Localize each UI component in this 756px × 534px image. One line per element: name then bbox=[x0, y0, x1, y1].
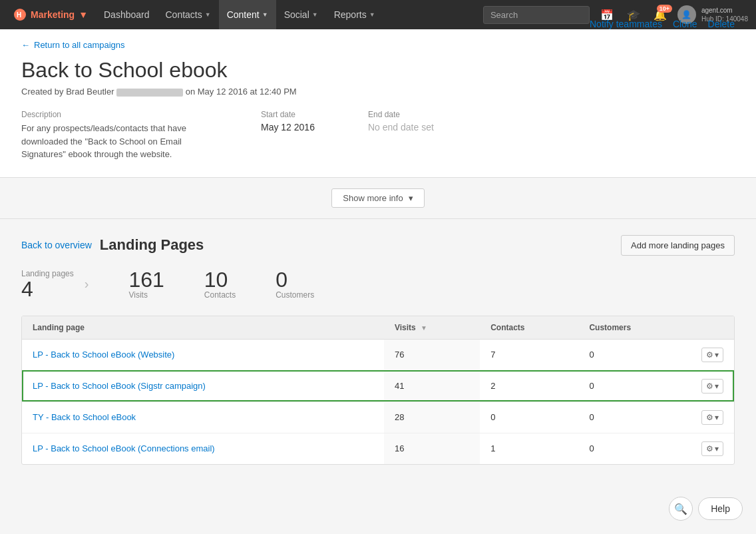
visits-stat: 161 Visits bbox=[128, 269, 164, 300]
gear-caret: ▾ bbox=[715, 413, 719, 422]
landing-pages-table-container: Landing page Visits ▼ Contacts Customers… bbox=[21, 316, 735, 465]
row-actions-cell: ⚙ ▾ bbox=[691, 370, 734, 401]
page-name-link[interactable]: LP - Back to School eBook (Connections e… bbox=[33, 443, 215, 453]
row-actions-cell: ⚙ ▾ bbox=[691, 401, 734, 433]
page-name-cell[interactable]: LP - Back to School eBook (Sigstr campai… bbox=[22, 370, 384, 401]
contacts-value: 10 bbox=[204, 269, 236, 290]
table-header-row: Landing page Visits ▼ Contacts Customers bbox=[22, 316, 734, 340]
reports-caret: ▼ bbox=[369, 11, 375, 18]
section-title: Landing Pages bbox=[100, 236, 204, 254]
contacts-cell: 7 bbox=[480, 339, 578, 370]
col-landing-page: Landing page bbox=[22, 316, 384, 340]
page-name-link[interactable]: LP - Back to School eBook (Website) bbox=[33, 350, 174, 360]
brand-caret: ▼ bbox=[79, 9, 88, 20]
notification-badge: 10+ bbox=[657, 5, 672, 13]
end-date-value: No end date set bbox=[368, 122, 434, 133]
customers-cell: 0 bbox=[578, 401, 691, 433]
show-more-button[interactable]: Show more info ▾ bbox=[331, 188, 424, 208]
section-header: Back to overview Landing Pages Add more … bbox=[21, 235, 735, 256]
section-title-group: Back to overview Landing Pages bbox=[21, 236, 204, 254]
stats-row: Landing pages 4 › 161 Visits 10 Contacts… bbox=[21, 269, 735, 300]
add-landing-pages-button[interactable]: Add more landing pages bbox=[621, 235, 735, 256]
calendar-icon[interactable]: 📅 bbox=[595, 6, 619, 24]
content-section: Back to overview Landing Pages Add more … bbox=[0, 219, 756, 481]
page-name-cell[interactable]: LP - Back to School eBook (Website) bbox=[22, 339, 384, 370]
visits-cell: 76 bbox=[384, 339, 480, 370]
page-name-cell[interactable]: TY - Back to School eBook bbox=[22, 401, 384, 433]
table-row: LP - Back to School eBook (Website) 76 7… bbox=[22, 339, 734, 370]
description-text: For any prospects/leads/contacts that ha… bbox=[21, 122, 208, 161]
customers-value: 0 bbox=[276, 269, 314, 290]
gear-caret: ▾ bbox=[715, 382, 719, 391]
delete-link[interactable]: Delete bbox=[708, 19, 735, 29]
show-more-bar: Show more info ▾ bbox=[0, 178, 756, 219]
visits-cell: 41 bbox=[384, 370, 480, 401]
page-container: ← Return to all campaigns Notify teammat… bbox=[0, 29, 756, 534]
landing-pages-count: 4 bbox=[21, 278, 74, 300]
row-gear-button[interactable]: ⚙ ▾ bbox=[701, 441, 723, 456]
campaign-title: Back to School ebook bbox=[21, 58, 735, 83]
graduation-icon[interactable]: 🎓 bbox=[622, 6, 646, 24]
help-search-icon[interactable]: 🔍 bbox=[669, 497, 693, 521]
landing-pages-count-block: Landing pages 4 › bbox=[21, 269, 89, 300]
social-caret: ▼ bbox=[312, 11, 318, 18]
nav-reports[interactable]: Reports ▼ bbox=[326, 0, 383, 29]
page-name-link[interactable]: LP - Back to School eBook (Sigstr campai… bbox=[33, 381, 206, 391]
visits-cell: 28 bbox=[384, 401, 480, 433]
contacts-cell: 2 bbox=[480, 370, 578, 401]
visits-value: 161 bbox=[128, 269, 164, 290]
table-row: LP - Back to School eBook (Sigstr campai… bbox=[22, 370, 734, 401]
customers-cell: 0 bbox=[578, 339, 691, 370]
page-name-link[interactable]: TY - Back to School eBook bbox=[33, 412, 136, 422]
nav-dashboard[interactable]: Dashboard bbox=[96, 0, 158, 29]
back-to-overview-link[interactable]: Back to overview bbox=[21, 240, 92, 250]
help-container: 🔍 Help bbox=[669, 497, 743, 521]
search-input[interactable] bbox=[483, 6, 590, 24]
back-arrow-icon: ← bbox=[21, 40, 30, 50]
nav-social[interactable]: Social ▼ bbox=[276, 0, 326, 29]
col-visits[interactable]: Visits ▼ bbox=[384, 316, 480, 340]
start-date-block: Start date May 12 2016 bbox=[261, 110, 315, 161]
contacts-cell: 0 bbox=[480, 401, 578, 433]
svg-text:H: H bbox=[17, 11, 21, 19]
notifications-icon[interactable]: 🔔 10+ bbox=[648, 6, 672, 24]
end-date-block: End date No end date set bbox=[368, 110, 434, 161]
col-customers: Customers bbox=[578, 316, 691, 340]
row-gear-button[interactable]: ⚙ ▾ bbox=[701, 348, 723, 362]
table-row: TY - Back to School eBook 28 0 0 ⚙ ▾ bbox=[22, 401, 734, 433]
contacts-stat: 10 Contacts bbox=[204, 269, 236, 300]
brand-label: Marketing bbox=[31, 9, 75, 20]
row-gear-button[interactable]: ⚙ ▾ bbox=[701, 379, 723, 394]
page-name-cell[interactable]: LP - Back to School eBook (Connections e… bbox=[22, 433, 384, 464]
row-gear-button[interactable]: ⚙ ▾ bbox=[701, 410, 723, 425]
col-actions bbox=[691, 316, 734, 340]
gear-caret: ▾ bbox=[715, 444, 719, 453]
visits-label: Visits bbox=[128, 290, 164, 300]
gear-caret: ▾ bbox=[715, 350, 719, 360]
customers-cell: 0 bbox=[578, 370, 691, 401]
back-link[interactable]: ← Return to all campaigns bbox=[21, 40, 125, 50]
contacts-caret: ▼ bbox=[205, 11, 211, 18]
campaign-meta: Created by Brad Beutler on May 12 2016 a… bbox=[21, 87, 735, 97]
sort-icon: ▼ bbox=[421, 324, 427, 332]
customers-stat: 0 Customers bbox=[276, 269, 314, 300]
search-container bbox=[483, 6, 590, 24]
clone-link[interactable]: Clone bbox=[673, 19, 697, 29]
col-contacts: Contacts bbox=[480, 316, 578, 340]
landing-pages-table: Landing page Visits ▼ Contacts Customers… bbox=[22, 316, 734, 464]
content-caret: ▼ bbox=[262, 11, 268, 18]
campaign-details: Description For any prospects/leads/cont… bbox=[21, 110, 735, 161]
visits-cell: 16 bbox=[384, 433, 480, 464]
brand-logo[interactable]: H Marketing ▼ bbox=[8, 8, 93, 21]
nav-contacts[interactable]: Contacts ▼ bbox=[157, 0, 218, 29]
redacted-email bbox=[116, 89, 183, 97]
nav-content[interactable]: Content ▼ bbox=[219, 0, 276, 29]
start-date-value: May 12 2016 bbox=[261, 122, 315, 133]
help-button[interactable]: Help bbox=[698, 497, 743, 520]
stat-main: Landing pages 4 bbox=[21, 269, 74, 300]
contacts-label: Contacts bbox=[204, 290, 236, 300]
contacts-cell: 1 bbox=[480, 433, 578, 464]
header-section: ← Return to all campaigns Notify teammat… bbox=[0, 29, 756, 178]
next-arrow-icon[interactable]: › bbox=[85, 276, 89, 292]
table-row: LP - Back to School eBook (Connections e… bbox=[22, 433, 734, 464]
